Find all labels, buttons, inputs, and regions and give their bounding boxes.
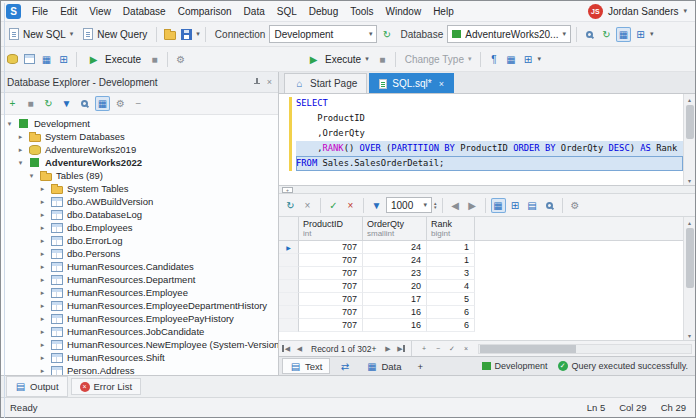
expand-icon[interactable]: ▸ [38,185,47,193]
show-system-objects-toggle[interactable]: ▦ [95,96,110,111]
execute-script-button[interactable]: ▶ Execute ▾ [302,50,373,69]
next-record-icon[interactable]: ▶ [382,345,393,352]
expand-icon[interactable]: ▸ [38,250,47,258]
debug-options-icon[interactable]: ⚙ [173,52,188,67]
open-file-button[interactable] [162,27,177,42]
code-line[interactable]: ,OrderQty [296,126,683,141]
execute-button[interactable]: ▶ Execute [82,50,145,69]
scrollbar-track[interactable] [684,104,695,175]
card-view-button[interactable]: ⊞ [508,198,523,213]
expand-icon[interactable]: ▸ [38,263,47,271]
refresh-results-icon[interactable]: ↻ [283,198,298,213]
tree-item[interactable]: ▸System Databases [1,130,278,143]
editor-vscrollbar[interactable]: ▴ ▾ [683,94,695,185]
code-line[interactable]: SELECT [296,96,683,111]
tree-item[interactable]: ▸System Tables [1,182,278,195]
tree-item[interactable]: ▸HumanResources.Shift [1,351,278,364]
table-row[interactable]: 707241 [279,254,683,267]
table-row[interactable]: 707233 [279,267,683,280]
expand-icon[interactable]: ▸ [38,341,47,349]
expand-icon[interactable]: ▸ [16,146,25,154]
scroll-up-icon[interactable]: ▴ [688,217,691,227]
change-type-select[interactable]: Change Type ▾ [401,52,476,67]
cell[interactable]: 20 [363,280,427,293]
expand-icon[interactable]: ▸ [38,302,47,310]
collapse-icon[interactable]: ▾ [27,172,36,180]
tab-start-page[interactable]: ⌂ Start Page [284,73,367,93]
tab-data[interactable]: ▦ Data [359,358,408,374]
column-header-orderqty[interactable]: OrderQtysmallint [363,217,427,241]
first-record-icon[interactable]: ◀ [282,345,291,352]
expand-icon[interactable]: ▸ [38,237,47,245]
cell[interactable]: 16 [363,319,427,332]
post-edit-icon[interactable]: ✓ [446,345,457,352]
row-selector[interactable] [279,254,299,267]
cell[interactable]: 16 [363,306,427,319]
close-tab-icon[interactable]: × [439,79,444,89]
scroll-down-icon[interactable]: ▾ [688,330,691,340]
search-grid-icon[interactable] [542,198,557,213]
row-selector[interactable] [279,280,299,293]
cell[interactable]: 3 [427,267,475,280]
cell[interactable]: 707 [299,254,363,267]
stop-execution-icon[interactable]: ■ [375,52,390,67]
cancel-edit-icon[interactable]: × [460,345,471,352]
menu-file[interactable]: File [26,3,54,20]
row-selector[interactable] [279,306,299,319]
connection-select[interactable]: Development ▾ [269,25,377,43]
tree-item[interactable]: ▸dbo.AWBuildVersion [1,195,278,208]
tab-sql-document[interactable]: SQL.sql* × [369,73,454,93]
horizontal-scrollbar[interactable] [478,344,692,354]
toolbar-options-caret[interactable]: ▾ [537,55,541,63]
scrollbar-thumb[interactable] [686,105,694,139]
refresh-icon[interactable]: ↻ [41,96,56,111]
cell[interactable]: 707 [299,267,363,280]
code-line[interactable]: ,RANK() OVER (PARTITION BY ProductID ORD… [296,141,683,156]
apply-changes-icon[interactable]: ✓ [326,198,341,213]
last-record-icon[interactable]: ▶ [396,345,405,352]
scrollbar-thumb[interactable] [686,228,694,288]
splitter-handle-icon[interactable]: + [282,187,293,193]
row-limit-select[interactable]: 1000 ▾ [386,197,432,213]
row-selector[interactable]: ▶ [279,241,299,254]
new-sql-button[interactable]: New SQL ▾ [5,26,77,42]
cell[interactable]: 6 [427,306,475,319]
cell[interactable]: 5 [427,293,475,306]
filter-icon[interactable]: ▼ [59,96,74,111]
save-button[interactable] [179,27,194,42]
new-window-icon[interactable]: ⊞ [633,27,648,42]
tree-item[interactable]: ▸HumanResources.NewEmployee (System-Vers… [1,338,278,351]
collapse-all-icon[interactable]: − [131,96,146,111]
next-page-icon[interactable]: ▶ [465,198,480,213]
tree-item[interactable]: ▸dbo.ErrorLog [1,234,278,247]
cell[interactable]: 707 [299,293,363,306]
select-all-cell[interactable] [279,217,299,241]
expand-icon[interactable]: ▸ [38,289,47,297]
row-selector[interactable] [279,267,299,280]
expand-icon[interactable]: ▸ [38,354,47,362]
menu-window[interactable]: Window [380,3,428,20]
cell[interactable]: 707 [299,319,363,332]
cell[interactable]: 707 [299,306,363,319]
tab-text[interactable]: ▤ Text [282,358,330,374]
cell[interactable]: 707 [299,280,363,293]
menu-data[interactable]: Data [238,3,271,20]
expand-icon[interactable]: ▸ [38,315,47,323]
code-line[interactable]: ProductID [296,111,683,126]
table-row[interactable]: 707166 [279,306,683,319]
tree-item[interactable]: ▸HumanResources.Employee [1,286,278,299]
menu-debug[interactable]: Debug [303,3,344,20]
cell[interactable]: 1 [427,254,475,267]
tree-item[interactable]: ▾Tables (89) [1,169,278,182]
layout-toggle-button[interactable]: ▦ [616,27,631,42]
column-header-rank[interactable]: Rankbigint [427,217,475,241]
new-database-icon[interactable] [5,52,20,67]
tab-error-list[interactable]: × Error List [71,378,142,395]
prev-page-icon[interactable]: ◀ [448,198,463,213]
cancel-changes-icon[interactable]: × [343,198,358,213]
tree-item[interactable]: ▸HumanResources.EmployeeDepartmentHistor… [1,299,278,312]
editor-code[interactable]: SELECT ProductID ,OrderQty ,RANK() OVER … [289,94,683,185]
scroll-up-icon[interactable]: ▴ [688,94,691,104]
stop-icon[interactable]: ■ [147,52,162,67]
menu-sql[interactable]: SQL [271,3,303,20]
